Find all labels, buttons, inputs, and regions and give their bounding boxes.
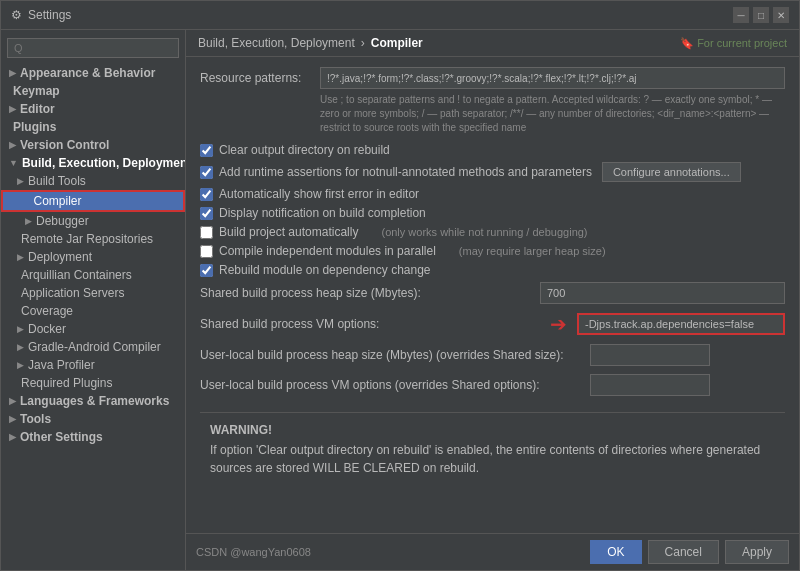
arrow-icon: ▶ (9, 140, 16, 150)
checkbox-clear-output: Clear output directory on rebuild (200, 143, 785, 157)
configure-annotations-button[interactable]: Configure annotations... (602, 162, 741, 182)
arrow-icon: ▶ (17, 342, 24, 352)
arrow-icon: ▶ (25, 216, 32, 226)
show-first-error-label: Automatically show first error in editor (219, 187, 419, 201)
arrow-icon: ▶ (17, 176, 24, 186)
sidebar-item-coverage[interactable]: Coverage (1, 302, 185, 320)
maximize-button[interactable]: □ (753, 7, 769, 23)
settings-icon: ⚙ (11, 8, 22, 22)
sidebar-item-label: Java Profiler (28, 358, 95, 372)
clear-output-checkbox[interactable] (200, 144, 213, 157)
rebuild-on-change-checkbox[interactable] (200, 264, 213, 277)
sidebar-item-label: Arquillian Containers (21, 268, 132, 282)
arrow-icon: ▶ (9, 104, 16, 114)
user-heap-row: User-local build process heap size (Mbyt… (200, 344, 785, 366)
checkbox-show-first-error: Automatically show first error in editor (200, 187, 785, 201)
vm-options-label: Shared build process VM options: (200, 313, 540, 335)
sidebar-item-label: Build, Execution, Deployment (22, 156, 186, 170)
sidebar-item-label: Keymap (13, 84, 60, 98)
cancel-button[interactable]: Cancel (648, 540, 719, 564)
resource-patterns-hint: Use ; to separate patterns and ! to nega… (320, 93, 785, 135)
checkbox-runtime-assertions: Add runtime assertions for notnull-annot… (200, 162, 785, 182)
sidebar-item-label: Remote Jar Repositories (21, 232, 153, 246)
resource-patterns-label: Resource patterns: (200, 67, 320, 89)
warning-text: If option 'Clear output directory on reb… (210, 441, 775, 477)
sidebar-item-editor[interactable]: ▶ Editor (1, 100, 185, 118)
sidebar-item-label: Appearance & Behavior (20, 66, 155, 80)
sidebar-item-tools[interactable]: ▶ Tools (1, 410, 185, 428)
sidebar-item-version-control[interactable]: ▶ Version Control (1, 136, 185, 154)
sidebar-item-build-tools[interactable]: ▶ Build Tools (1, 172, 185, 190)
settings-window: ⚙ Settings ─ □ ✕ ▶ Appearance & Behavior… (0, 0, 800, 571)
arrow-icon: ▶ (17, 252, 24, 262)
resource-patterns-input[interactable] (320, 67, 785, 89)
user-heap-label: User-local build process heap size (Mbyt… (200, 344, 590, 366)
notification-build-checkbox[interactable] (200, 207, 213, 220)
sidebar-item-label: Gradle-Android Compiler (28, 340, 161, 354)
sidebar-item-arquillian[interactable]: Arquillian Containers (1, 266, 185, 284)
warning-box: WARNING! If option 'Clear output directo… (200, 412, 785, 487)
sidebar-item-app-servers[interactable]: Application Servers (1, 284, 185, 302)
sidebar-item-label: Coverage (21, 304, 73, 318)
sidebar-item-label: Version Control (20, 138, 109, 152)
arrow-icon: ▶ (9, 68, 16, 78)
sidebar-item-label: Build Tools (28, 174, 86, 188)
sidebar-item-plugins[interactable]: Plugins (1, 118, 185, 136)
minimize-button[interactable]: ─ (733, 7, 749, 23)
sidebar-item-label: Deployment (28, 250, 92, 264)
arrow-icon: ▶ (9, 414, 16, 424)
sidebar-item-languages[interactable]: ▶ Languages & Frameworks (1, 392, 185, 410)
arrow-icon (27, 196, 30, 206)
sidebar-item-other-settings[interactable]: ▶ Other Settings (1, 428, 185, 446)
runtime-assertions-label: Add runtime assertions for notnull-annot… (219, 165, 592, 179)
vm-options-row: Shared build process VM options: ➔ (200, 312, 785, 336)
sidebar-item-label: Application Servers (21, 286, 124, 300)
notification-build-label: Display notification on build completion (219, 206, 426, 220)
sidebar-item-deployment[interactable]: ▶ Deployment (1, 248, 185, 266)
sidebar-item-compiler[interactable]: Compiler (1, 190, 185, 212)
breadcrumb-current: Compiler (371, 36, 423, 50)
vm-options-input[interactable] (577, 313, 785, 335)
sidebar-item-remote-jar[interactable]: Remote Jar Repositories (1, 230, 185, 248)
compile-independent-checkbox[interactable] (200, 245, 213, 258)
build-automatically-note: (only works while not running / debuggin… (378, 226, 587, 238)
user-heap-input[interactable] (590, 344, 710, 366)
checkbox-build-automatically: Build project automatically (only works … (200, 225, 785, 239)
show-first-error-checkbox[interactable] (200, 188, 213, 201)
apply-button[interactable]: Apply (725, 540, 789, 564)
sidebar-item-build-execution[interactable]: ▼ Build, Execution, Deployment (1, 154, 185, 172)
build-automatically-checkbox[interactable] (200, 226, 213, 239)
runtime-assertions-checkbox[interactable] (200, 166, 213, 179)
sidebar-item-java-profiler[interactable]: ▶ Java Profiler (1, 356, 185, 374)
sidebar-item-debugger[interactable]: ▶ Debugger (1, 212, 185, 230)
warning-title: WARNING! (210, 423, 775, 437)
settings-content: Resource patterns: Use ; to separate pat… (186, 57, 799, 533)
compile-independent-note: (may require larger heap size) (456, 245, 606, 257)
for-current-project-label: 🔖 For current project (680, 37, 787, 50)
heap-size-row: Shared build process heap size (Mbytes): (200, 282, 785, 304)
bottom-bar: CSDN @wangYan0608 OK Cancel Apply (186, 533, 799, 570)
heap-size-input[interactable] (540, 282, 785, 304)
sidebar-item-appearance[interactable]: ▶ Appearance & Behavior (1, 64, 185, 82)
main-panel: Build, Execution, Deployment › Compiler … (186, 30, 799, 570)
sidebar-item-keymap[interactable]: Keymap (1, 82, 185, 100)
search-input[interactable] (7, 38, 179, 58)
window-title: Settings (28, 8, 71, 22)
sidebar-item-required-plugins[interactable]: Required Plugins (1, 374, 185, 392)
close-button[interactable]: ✕ (773, 7, 789, 23)
sidebar-item-gradle-android[interactable]: ▶ Gradle-Android Compiler (1, 338, 185, 356)
build-automatically-label: Build project automatically (219, 225, 358, 239)
sidebar-item-docker[interactable]: ▶ Docker (1, 320, 185, 338)
sidebar-item-label: Languages & Frameworks (20, 394, 169, 408)
sidebar: ▶ Appearance & Behavior Keymap ▶ Editor … (1, 30, 186, 570)
user-vm-row: User-local build process VM options (ove… (200, 374, 785, 396)
sidebar-item-label: Debugger (36, 214, 89, 228)
arrow-icon: ▶ (17, 360, 24, 370)
breadcrumb: Build, Execution, Deployment › Compiler … (186, 30, 799, 57)
user-vm-input[interactable] (590, 374, 710, 396)
sidebar-item-label: Required Plugins (21, 376, 112, 390)
sidebar-item-label: Other Settings (20, 430, 103, 444)
title-bar: ⚙ Settings ─ □ ✕ (1, 1, 799, 30)
ok-button[interactable]: OK (590, 540, 641, 564)
sidebar-item-label: Plugins (13, 120, 56, 134)
